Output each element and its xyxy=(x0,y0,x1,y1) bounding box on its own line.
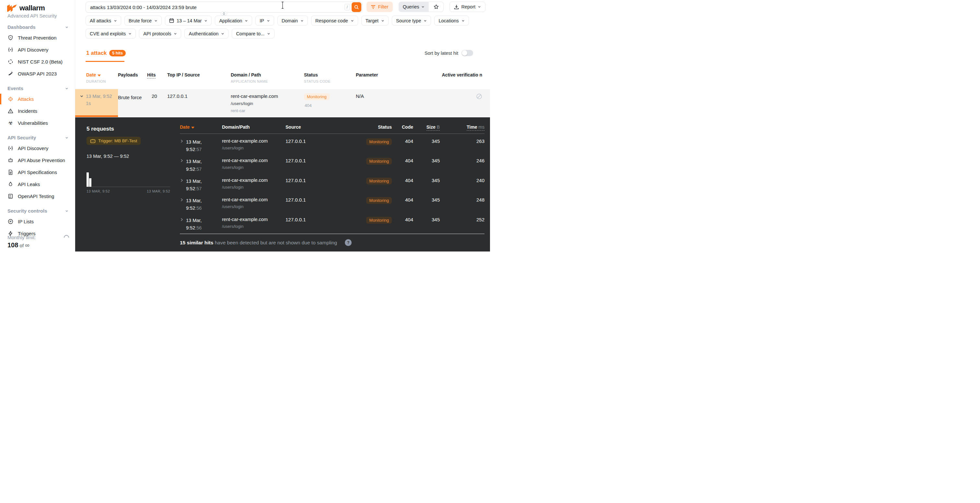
search-expand-handle[interactable] xyxy=(221,12,227,16)
filter-chips-row-1: All attacks Brute force 13 – 14 Mar Appl… xyxy=(86,16,469,25)
sidebar-item-api-abuse-prevention[interactable]: API Abuse Prevention xyxy=(0,154,75,166)
sidebar-item-vulnerabilities[interactable]: ☣ Vulnerabilities xyxy=(0,117,75,129)
infinity-symbol: ∞ xyxy=(25,242,30,248)
chevron-down-icon xyxy=(204,19,207,22)
chip-all-attacks[interactable]: All attacks xyxy=(86,16,121,25)
chip-authentication[interactable]: Authentication xyxy=(185,29,229,38)
column-header-active-verification: Active verificatio n xyxy=(422,71,482,83)
attack-application-name: rent-car xyxy=(231,108,304,113)
attack-payload: Brute force xyxy=(118,89,147,117)
chevron-down-icon xyxy=(174,32,177,35)
sidebar-item-api-leaks[interactable]: API Leaks xyxy=(0,178,75,190)
divider xyxy=(180,234,485,234)
request-row[interactable]: 13 Mar,9:52:57 rent-car-example.com/user… xyxy=(180,153,485,173)
sidebar-item-api-discovery-2[interactable]: API Discovery xyxy=(0,142,75,154)
chevron-down-icon xyxy=(478,5,481,8)
chevron-expanded-icon xyxy=(80,94,84,98)
download-icon xyxy=(454,5,459,10)
sidebar-item-incidents[interactable]: Incidents xyxy=(0,105,75,117)
document-icon xyxy=(8,169,14,175)
chip-cve-exploits[interactable]: CVE and exploits xyxy=(86,29,136,38)
favorite-query-button[interactable] xyxy=(429,2,444,12)
wallarm-console: wallarm Advanced API Security Dashboards… xyxy=(0,0,490,252)
chip-brute-force[interactable]: Brute force xyxy=(124,16,162,25)
chevron-right-icon xyxy=(180,198,183,202)
braces-check-icon xyxy=(8,47,14,53)
chip-domain[interactable]: Domain xyxy=(277,16,308,25)
attack-date-cell[interactable]: 13 Mar, 9:521s xyxy=(75,89,118,117)
chip-label: Response code xyxy=(315,18,348,23)
search-input[interactable] xyxy=(86,5,345,10)
monthly-limit: Monthly limit: 108 of ∞ xyxy=(8,235,69,249)
attack-hits: 20 xyxy=(147,89,167,117)
chip-api-protocols[interactable]: API protocols xyxy=(139,29,181,38)
calendar-icon xyxy=(169,18,174,23)
help-icon[interactable]: ? xyxy=(345,239,352,246)
slash-shortcut-key: / xyxy=(345,4,350,10)
sidebar-item-api-specifications[interactable]: API Specifications xyxy=(0,166,75,178)
column-header-time[interactable]: Time ms xyxy=(440,124,485,130)
sidebar-item-threat-prevention[interactable]: Threat Prevention xyxy=(0,32,75,44)
tab-attacks-count[interactable]: 1 attack 5 hits xyxy=(86,50,126,56)
request-row[interactable]: 13 Mar,9:52:56 rent-car-example.com/user… xyxy=(180,193,485,212)
column-header-date[interactable]: Date DURATION xyxy=(75,71,118,83)
sidebar-section-api-security[interactable]: API Security xyxy=(0,129,75,142)
queries-dropdown[interactable]: Queries xyxy=(399,2,429,12)
chart-end-label: 13 MAR, 9:52 xyxy=(147,189,170,193)
sort-control: Sort by latest hit xyxy=(425,50,473,56)
request-row[interactable]: 13 Mar,9:52:56 rent-car-example.com/user… xyxy=(180,212,485,232)
sidebar-item-ip-lists[interactable]: IP IP Lists xyxy=(0,215,75,228)
chip-source-type[interactable]: Source type xyxy=(392,16,431,25)
chip-locations[interactable]: Locations xyxy=(434,16,469,25)
attack-row[interactable]: 13 Mar, 9:521s Brute force 20 127.0.0.1 … xyxy=(75,89,490,117)
chip-compare-to[interactable]: Compare to... xyxy=(232,29,275,38)
search-button[interactable] xyxy=(352,2,361,12)
crosshair-icon xyxy=(8,96,14,102)
sidebar-section-events[interactable]: Events xyxy=(0,80,75,93)
chevron-down-icon xyxy=(65,25,68,29)
chip-label: Domain xyxy=(282,18,298,23)
logo[interactable]: wallarm xyxy=(0,0,75,12)
section-label: Events xyxy=(8,86,23,91)
sort-by-latest-hit-toggle[interactable] xyxy=(461,50,473,56)
sidebar-item-owasp-api[interactable]: OWASP API 2023 xyxy=(0,68,75,80)
sidebar-item-attacks[interactable]: Attacks xyxy=(0,93,75,105)
attack-domain: rent-car-example.com xyxy=(231,93,304,99)
attack-domain-cell: rent-car-example.com /users/login rent-c… xyxy=(231,89,304,117)
chart-bar xyxy=(89,178,91,187)
logo-text: wallarm xyxy=(19,4,45,12)
sidebar-item-label: NIST CSF 2.0 (Beta) xyxy=(18,59,62,65)
sidebar-item-openapi-testing[interactable]: OpenAPI Testing xyxy=(0,190,75,202)
sidebar-item-nist-csf[interactable]: NIST CSF 2.0 (Beta) xyxy=(0,56,75,68)
column-header-size[interactable]: Size B xyxy=(413,124,440,130)
chip-date-range[interactable]: 13 – 14 Mar xyxy=(165,16,212,25)
filter-button[interactable]: Filter xyxy=(366,2,393,12)
chip-application[interactable]: Application xyxy=(215,16,252,25)
report-button[interactable]: Report xyxy=(450,2,485,12)
request-row[interactable]: 13 Mar,9:52:57 rent-car-example.com/user… xyxy=(180,173,485,193)
sampling-note: 15 similar hits have been detected but a… xyxy=(180,239,352,246)
chevron-down-icon xyxy=(65,209,68,213)
chip-response-code[interactable]: Response code xyxy=(311,16,358,25)
sidebar-item-api-discovery[interactable]: API Discovery xyxy=(0,44,75,56)
section-label: API Security xyxy=(8,135,36,140)
column-header-payloads: Payloads xyxy=(118,71,147,83)
sidebar-section-security-controls[interactable]: Security controls xyxy=(0,202,75,215)
text-cursor-pointer xyxy=(281,2,284,9)
chip-label: IP xyxy=(259,18,264,23)
column-header-date[interactable]: Date xyxy=(180,124,222,130)
sidebar: wallarm Advanced API Security Dashboards… xyxy=(0,0,75,252)
sidebar-section-dashboards[interactable]: Dashboards xyxy=(0,19,75,32)
sidebar-item-label: Attacks xyxy=(18,96,34,102)
monthly-limit-label: Monthly limit: xyxy=(8,235,36,240)
column-subheader-status-code: STATUS CODE xyxy=(304,80,356,83)
chip-target[interactable]: Target xyxy=(361,16,388,25)
chevron-right-icon xyxy=(180,159,183,162)
request-row[interactable]: 13 Mar,9:52:57 rent-car-example.com/user… xyxy=(180,134,485,153)
trigger-badge[interactable]: Trigger: MB BF-Test xyxy=(86,137,141,145)
chip-ip[interactable]: IP xyxy=(255,16,274,25)
column-header-hits[interactable]: Hits xyxy=(147,71,167,83)
attack-date: 13 Mar, 9:52 xyxy=(86,94,112,99)
sidebar-item-label: OWASP API 2023 xyxy=(18,71,57,76)
wallarm-logo-icon xyxy=(7,5,17,12)
